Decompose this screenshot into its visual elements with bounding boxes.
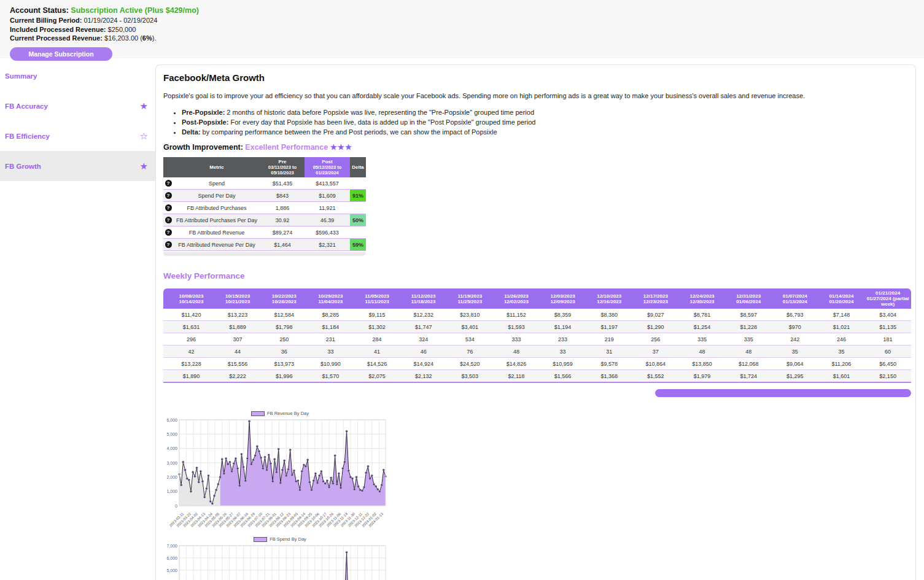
sidebar-item-summary[interactable]: Summary <box>0 61 155 91</box>
svg-text:7,000: 7,000 <box>166 544 177 548</box>
help-icon[interactable]: ? <box>165 204 172 211</box>
weekly-cell: $2,222 <box>214 370 261 383</box>
weekly-cell: $2,075 <box>354 370 400 383</box>
definition-text: by comparing performance between the Pre… <box>201 128 497 136</box>
weekly-cell: 534 <box>446 333 493 346</box>
weekly-col-header: 10/08/202310/14/2023 <box>168 288 215 309</box>
current-revenue-label: Current Processed Revenue: <box>10 34 103 42</box>
weekly-col-header: 12/31/202301/06/2024 <box>725 288 772 309</box>
weekly-cell: 284 <box>354 333 400 346</box>
current-revenue-value: $16,203.00 ( <box>104 34 142 42</box>
weekly-col-header: 10/01/202310/07/2023 <box>163 288 168 309</box>
weekly-cell: 335 <box>725 333 772 346</box>
fb-spend-by-day-chart: FB Spend By Day01,0002,0003,0004,0005,00… <box>163 535 397 580</box>
weekly-cell: 36 <box>261 346 308 358</box>
weekly-cell: $14,924 <box>400 358 447 370</box>
weekly-cell: 60 <box>864 346 911 358</box>
weekly-cell: $1,368 <box>586 370 632 383</box>
weekly-cell: 76 <box>446 346 493 358</box>
table-scrollbar-thumb[interactable] <box>655 389 911 397</box>
growth-improvement-label: Growth Improvement: <box>163 143 243 152</box>
account-status-line: Account Status: Subscription Active (Plu… <box>10 6 924 16</box>
sidebar-item-label: Summary <box>5 72 37 80</box>
help-icon[interactable]: ? <box>165 241 172 248</box>
svg-text:1,000: 1,000 <box>166 489 177 493</box>
chart-legend[interactable]: FB Spend By Day <box>163 535 397 543</box>
weekly-cell: $2,132 <box>400 370 447 383</box>
help-icon[interactable]: ? <box>165 217 172 223</box>
weekly-table-viewport: 10/01/202310/07/202310/08/202310/14/2023… <box>163 288 911 383</box>
svg-text:2,000: 2,000 <box>166 475 177 479</box>
weekly-header-row: 10/01/202310/07/202310/08/202310/14/2023… <box>163 288 911 309</box>
weekly-cell: 48 <box>725 346 772 358</box>
sidebar-item-fb-growth[interactable]: FB Growth★ <box>0 151 155 181</box>
weekly-cell: 33 <box>308 346 354 358</box>
weekly-cell: $12,232 <box>400 309 447 321</box>
weekly-cell: 35 <box>818 346 865 358</box>
weekly-cell: $1,747 <box>400 321 447 333</box>
weekly-cell: 324 <box>400 333 447 346</box>
definition-item: Pre-Popsixle: 2 months of historic data … <box>182 109 908 116</box>
metric-name: Spend Per Day <box>173 190 260 202</box>
weekly-cell: $1,295 <box>772 370 818 383</box>
metric-delta-value: 50% <box>350 214 366 226</box>
help-icon[interactable]: ? <box>165 229 172 236</box>
weekly-cell: $3,401 <box>446 321 493 333</box>
help-icon[interactable]: ? <box>165 192 172 199</box>
weekly-cell: $8,285 <box>308 309 354 321</box>
weekly-cell: $12,068 <box>725 358 772 370</box>
weekly-cell: $1,566 <box>540 370 586 383</box>
page-title: Facebook/Meta Growth <box>163 72 908 83</box>
weekly-table-row: 4042443633414676483331374848353560 <box>163 346 911 358</box>
weekly-cell: $8,597 <box>725 309 772 321</box>
weekly-col-header: 11/26/202312/02/2023 <box>493 288 540 309</box>
metric-pre-value: $51,435 <box>260 177 305 190</box>
weekly-cell: $1,979 <box>679 370 726 383</box>
metrics-col-post: Post05/12/2023 to 01/23/2024 <box>305 157 350 177</box>
chart-legend[interactable]: FB Revenue By Day <box>163 409 397 417</box>
weekly-cell: 296 <box>168 333 215 346</box>
metric-name: FB Attributed Revenue Per Day <box>173 239 260 251</box>
weekly-cell: 233 <box>540 333 586 346</box>
current-revenue-percent: 6% <box>142 34 152 42</box>
help-icon[interactable]: ? <box>165 180 172 187</box>
weekly-table-row: $10,948$11,420$13,223$12,584$8,285$9,115… <box>163 309 911 321</box>
weekly-cell: $9,115 <box>354 309 400 321</box>
star-filled-icon[interactable]: ★ <box>140 101 148 110</box>
weekly-cell: $24,520 <box>446 358 493 370</box>
weekly-col-header: 10/15/202310/21/2023 <box>214 288 261 309</box>
weekly-cell: $1,593 <box>493 321 540 333</box>
svg-text:4,000: 4,000 <box>166 446 177 450</box>
weekly-cell: $1,021 <box>818 321 865 333</box>
weekly-cell: $8,359 <box>540 309 586 321</box>
weekly-table-row: 2802963072502312843245343332332192563353… <box>163 333 911 346</box>
weekly-cell: $1,184 <box>308 321 354 333</box>
weekly-cell: $1,798 <box>261 321 308 333</box>
weekly-cell: $1,570 <box>308 370 354 383</box>
weekly-cell: $1,724 <box>725 370 772 383</box>
svg-text:0: 0 <box>175 504 177 508</box>
chart-x-axis-labels: 2023-03-112023-03-222023-04-022023-04-13… <box>163 511 397 533</box>
sidebar-nav: SummaryFB Accuracy★FB Efficiency☆FB Grow… <box>0 58 155 181</box>
sidebar-item-fb-accuracy[interactable]: FB Accuracy★ <box>0 91 155 121</box>
weekly-cell: $1,197 <box>586 321 632 333</box>
weekly-col-header: 12/24/202312/30/2023 <box>679 288 726 309</box>
weekly-cell: 48 <box>493 346 540 358</box>
weekly-cell: 246 <box>818 333 865 346</box>
weekly-cell: $14,826 <box>493 358 540 370</box>
weekly-col-header: 12/03/202312/09/2023 <box>540 288 586 309</box>
current-revenue-line: Current Processed Revenue: $16,203.00 (6… <box>10 34 924 43</box>
star-filled-icon[interactable]: ★ <box>140 161 148 171</box>
weekly-col-header: 10/29/202311/04/2023 <box>308 288 354 309</box>
metrics-col-pre: Pre03/11/2023 to 05/10/2023 <box>260 157 305 177</box>
weekly-cell: $1,890 <box>168 370 215 383</box>
sidebar-item-fb-efficiency[interactable]: FB Efficiency☆ <box>0 121 155 151</box>
legend-swatch-icon <box>254 537 267 542</box>
fb-revenue-by-day-chart: FB Revenue By Day01,0002,0003,0004,0005,… <box>163 409 397 533</box>
account-status-label: Account Status: <box>10 6 69 15</box>
definition-text: For every day that Popsixle has been liv… <box>228 118 535 126</box>
star-outline-icon[interactable]: ☆ <box>140 131 148 141</box>
weekly-cell: $1,889 <box>214 321 261 333</box>
metric-post-value: $596,433 <box>305 226 350 239</box>
weekly-cell: 40 <box>163 346 168 358</box>
